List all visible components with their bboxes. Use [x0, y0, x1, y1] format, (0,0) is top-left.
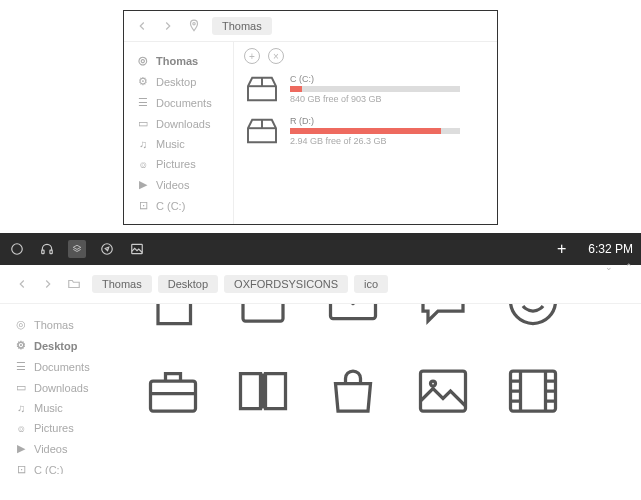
sidebar-item-documents[interactable]: ☰Documents: [132, 92, 233, 113]
folder-icon: ▭: [14, 381, 28, 394]
sidebar-item-label: Documents: [156, 97, 212, 109]
music-icon: ♫: [136, 138, 150, 150]
sidebar-item-videos[interactable]: ▶Videos: [132, 174, 233, 195]
svg-rect-12: [421, 371, 466, 411]
sidebar-item-pictures[interactable]: ⌾Pictures: [10, 418, 130, 438]
gear-icon: ⚙: [136, 75, 150, 88]
file-book-icon[interactable]: [230, 358, 296, 424]
toolbar: Thomas: [124, 11, 497, 42]
breadcrumb-item[interactable]: Desktop: [158, 275, 218, 293]
minimize-button[interactable]: ⌄: [605, 262, 613, 272]
svg-point-4: [102, 244, 113, 255]
svg-point-8: [511, 304, 556, 324]
add-button[interactable]: +: [244, 48, 260, 64]
sidebar-item-desktop[interactable]: ⚙Desktop: [132, 71, 233, 92]
headphones-icon[interactable]: [38, 240, 56, 258]
svg-rect-2: [42, 250, 44, 254]
svg-rect-6: [243, 304, 283, 321]
sidebar-item-downloads[interactable]: ▭Downloads: [10, 377, 130, 398]
sidebar-item-label: C (C:): [156, 200, 185, 212]
drive-r[interactable]: R (D:) 2.94 GB free of 26.3 GB: [244, 116, 487, 146]
back-button[interactable]: [134, 18, 150, 34]
breadcrumb-item[interactable]: ico: [354, 275, 388, 293]
sidebar-item-desktop[interactable]: ⚙Desktop: [10, 335, 130, 356]
file-smile-icon[interactable]: [500, 304, 566, 334]
pin-icon: ◎: [14, 318, 28, 331]
sidebar-item-label: Downloads: [156, 118, 210, 130]
sidebar-item-label: Music: [156, 138, 185, 150]
plus-button[interactable]: +: [557, 240, 566, 258]
svg-point-13: [431, 381, 436, 386]
drive-free-text: 2.94 GB free of 26.3 GB: [290, 136, 487, 146]
sidebar-item-drive-c[interactable]: ⊡C (C:): [10, 459, 130, 474]
breadcrumb-item[interactable]: Thomas: [92, 275, 152, 293]
toolbar: Thomas Desktop OXFORDSYSICONS ico ⌄ ⌃: [0, 265, 641, 304]
icon-grid: [130, 304, 641, 474]
taskbar: + 6:32 PM: [0, 233, 641, 265]
file-doc-icon[interactable]: [140, 304, 206, 334]
compass-icon[interactable]: [98, 240, 116, 258]
file-manager-window-1: Thomas ◎Thomas ⚙Desktop ☰Documents ▭Down…: [123, 10, 498, 225]
drive-usage-bar: [290, 128, 460, 134]
svg-rect-3: [50, 250, 52, 254]
sidebar-item-documents[interactable]: ☰Documents: [10, 356, 130, 377]
breadcrumb-item[interactable]: OXFORDSYSICONS: [224, 275, 348, 293]
svg-point-1: [12, 244, 23, 255]
back-button[interactable]: [14, 276, 30, 292]
drive-icon: ⊡: [14, 463, 28, 474]
sidebar-item-label: Desktop: [156, 76, 196, 88]
forward-button[interactable]: [160, 18, 176, 34]
sidebar-item-drive-c[interactable]: ⊡C (C:): [132, 195, 233, 216]
sidebar-item-downloads[interactable]: ▭Downloads: [132, 113, 233, 134]
stack-icon: ☰: [14, 360, 28, 373]
close-button[interactable]: ×: [268, 48, 284, 64]
forward-button[interactable]: [40, 276, 56, 292]
sidebar-item-thomas[interactable]: ◎Thomas: [10, 314, 130, 335]
camera-icon: ⌾: [136, 158, 150, 170]
file-image-icon[interactable]: [410, 358, 476, 424]
sidebar-item-label: C (C:): [34, 464, 63, 475]
sidebar-item-label: Thomas: [34, 319, 74, 331]
sidebar: ◎Thomas ⚙Desktop ☰Documents ▭Downloads ♫…: [0, 304, 130, 474]
svg-rect-7: [331, 304, 376, 319]
camera-icon: ⌾: [14, 422, 28, 434]
video-icon: ▶: [136, 178, 150, 191]
pin-icon: ◎: [136, 54, 150, 67]
sidebar-item-videos[interactable]: ▶Videos: [10, 438, 130, 459]
sidebar-item-thomas[interactable]: ◎Thomas: [132, 50, 233, 71]
sidebar-item-music[interactable]: ♫Music: [10, 398, 130, 418]
video-icon: ▶: [14, 442, 28, 455]
sidebar-item-pictures[interactable]: ⌾Pictures: [132, 154, 233, 174]
folder-icon: ▭: [136, 117, 150, 130]
drive-icon: [244, 74, 280, 104]
file-film-icon[interactable]: [500, 358, 566, 424]
drive-icon: [244, 116, 280, 146]
sidebar-item-label: Pictures: [34, 422, 74, 434]
sidebar: ◎Thomas ⚙Desktop ☰Documents ▭Downloads ♫…: [124, 42, 234, 224]
sidebar-item-label: Pictures: [156, 158, 196, 170]
music-icon: ♫: [14, 402, 28, 414]
maximize-button[interactable]: ⌃: [625, 262, 633, 272]
image-icon[interactable]: [128, 240, 146, 258]
svg-rect-11: [151, 381, 196, 411]
file-bag-icon[interactable]: [320, 358, 386, 424]
drive-c[interactable]: C (C:) 840 GB free of 903 GB: [244, 74, 487, 104]
folder-icon: [66, 276, 82, 292]
gear-icon: ⚙: [14, 339, 28, 352]
circle-icon[interactable]: [8, 240, 26, 258]
main-pane: + × C (C:) 840 GB free of 903 GB R (D:) …: [234, 42, 497, 224]
clock: 6:32 PM: [588, 242, 633, 256]
pin-icon: [186, 18, 202, 34]
file-manager-window-2: + 6:32 PM Thomas Desktop OXFORDSYSICONS …: [0, 233, 641, 474]
file-square-icon[interactable]: [230, 304, 296, 334]
breadcrumb-item[interactable]: Thomas: [212, 17, 272, 35]
layers-icon[interactable]: [68, 240, 86, 258]
sidebar-item-label: Thomas: [156, 55, 198, 67]
file-briefcase-icon[interactable]: [140, 358, 206, 424]
sidebar-item-label: Desktop: [34, 340, 77, 352]
drive-free-text: 840 GB free of 903 GB: [290, 94, 487, 104]
file-chat-icon[interactable]: [410, 304, 476, 334]
file-mail-icon[interactable]: [320, 304, 386, 334]
sidebar-item-music[interactable]: ♫Music: [132, 134, 233, 154]
svg-point-0: [193, 23, 195, 25]
